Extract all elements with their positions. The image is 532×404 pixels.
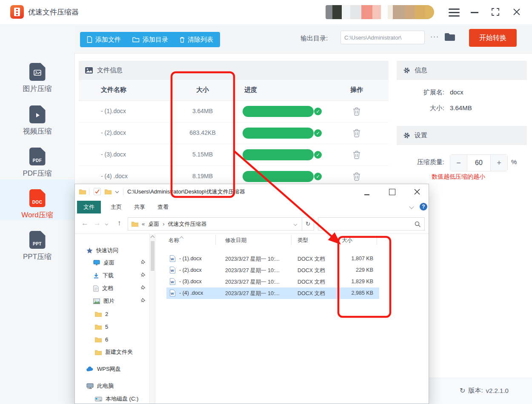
quality-stepper: − 60 + — [450, 154, 508, 171]
nav-folder-2[interactable]: 2 — [95, 308, 108, 319]
done-check-icon: ✓ — [314, 151, 322, 159]
breadcrumb-folder[interactable]: 优速文件压缩器 — [168, 220, 207, 228]
list-item[interactable]: W - (1).docx2023/3/27 星期一 10:...DOCX 文档1… — [166, 253, 379, 265]
list-item[interactable]: W - (2).docx2023/3/27 星期一 10:...DOCX 文档2… — [166, 265, 379, 276]
sidebar-item-pdf[interactable]: PDF PDF压缩 — [0, 148, 74, 178]
pin-icon — [141, 272, 146, 277]
refresh-icon[interactable]: ↻ — [460, 387, 465, 395]
nav-desktop[interactable]: 桌面 — [93, 257, 114, 268]
quality-unit: % — [511, 158, 517, 165]
output-dir-input[interactable] — [340, 31, 425, 44]
cloud-icon — [86, 367, 94, 372]
close-icon[interactable] — [513, 8, 521, 16]
file-size: 3.64MB — [177, 108, 228, 114]
gear-icon — [403, 67, 410, 74]
breadcrumb-desktop[interactable]: 桌面 — [148, 220, 159, 228]
nav-scrollbar[interactable] — [149, 233, 155, 404]
delete-button[interactable] — [353, 129, 360, 137]
start-convert-button[interactable]: 开始转换 — [469, 29, 517, 47]
address-box[interactable]: « 桌面 › 优速文件压缩器 ↻ — [128, 217, 314, 230]
scrollbar-thumb[interactable] — [151, 241, 154, 271]
delete-button[interactable] — [353, 107, 360, 116]
col-size[interactable]: 大小 — [342, 237, 352, 244]
open-folder-button[interactable] — [444, 32, 456, 42]
sidebar-item-label: PDF压缩 — [0, 168, 74, 178]
help-icon[interactable]: ? — [420, 203, 427, 211]
nav-downloads[interactable]: 下载 — [93, 270, 114, 281]
quick-access-check-icon[interactable] — [94, 188, 101, 195]
qat-dropdown-icon[interactable] — [115, 190, 119, 193]
browse-more-button[interactable]: ··· — [429, 33, 441, 40]
app-title: 优速文件压缩器 — [28, 0, 79, 24]
col-action: 操作 — [344, 86, 369, 94]
disk-icon — [95, 397, 102, 401]
minimize-icon[interactable] — [471, 12, 478, 13]
sidebar-item-ppt[interactable]: PPT PPT压缩 — [0, 231, 74, 262]
nav-quick-access[interactable]: 快速访问 — [86, 245, 118, 256]
search-icon[interactable] — [415, 221, 421, 228]
delete-button[interactable] — [353, 151, 360, 159]
delete-button[interactable] — [353, 172, 360, 181]
nav-folder-5[interactable]: 5 — [95, 321, 108, 332]
add-file-button[interactable]: 添加文件 — [87, 36, 121, 44]
table-row[interactable]: - (3).docx 5.15MB ✓ — [79, 144, 389, 166]
file-icon — [87, 36, 92, 43]
nav-folder-6[interactable]: 6 — [95, 334, 108, 345]
quality-hint: 数值越低压缩的越小 — [432, 173, 485, 181]
search-input[interactable] — [318, 218, 415, 229]
nav-documents[interactable]: 文档 — [93, 283, 113, 294]
back-icon[interactable]: ← — [81, 219, 89, 228]
col-date[interactable]: 修改日期 — [225, 237, 246, 244]
tab-view[interactable]: 查看 — [152, 201, 174, 213]
explorer-minimize-icon[interactable] — [364, 194, 369, 195]
sidebar-item-image[interactable]: 图片压缩 — [0, 63, 74, 94]
pdf-file-icon: PDF — [29, 148, 46, 165]
table-row[interactable]: - (1).docx 3.64MB ✓ — [79, 101, 389, 122]
tab-file[interactable]: 文件 — [77, 201, 101, 213]
nav-pictures[interactable]: 图片 — [93, 296, 114, 307]
done-check-icon: ✓ — [314, 173, 322, 180]
col-progress: 进度 — [244, 86, 257, 94]
list-item[interactable]: W - (3).docx2023/3/27 星期一 10:...DOCX 文档1… — [166, 276, 379, 287]
explorer-maximize-icon[interactable] — [389, 189, 395, 195]
nav-new-folder[interactable]: 新建文件夹 — [95, 347, 133, 358]
nav-wps-cloud[interactable]: WPS网盘 — [86, 364, 121, 375]
tab-home[interactable]: 主页 — [106, 201, 127, 213]
scroll-up-icon[interactable] — [151, 236, 155, 240]
up-icon[interactable]: ↑ — [117, 219, 121, 228]
nav-this-pc[interactable]: 此电脑 — [86, 381, 114, 392]
sort-asc-icon — [180, 236, 184, 241]
pin-icon — [141, 298, 146, 302]
ribbon-expand-icon[interactable] — [409, 204, 414, 209]
forward-icon[interactable]: → — [94, 219, 101, 228]
clear-list-button[interactable]: 清除列表 — [180, 36, 213, 44]
folder-icon[interactable] — [105, 189, 112, 194]
menu-icon[interactable] — [449, 9, 460, 19]
done-check-icon: ✓ — [314, 108, 322, 115]
quality-value[interactable]: 60 — [467, 155, 490, 171]
address-dropdown-icon[interactable] — [294, 222, 297, 226]
quality-minus-button[interactable]: − — [450, 155, 467, 171]
maximize-icon[interactable] — [492, 8, 499, 16]
folder-icon — [132, 37, 140, 43]
table-row[interactable]: - (2).docx 683.42KB ✓ — [79, 122, 389, 144]
add-directory-button[interactable]: 添加目录 — [132, 36, 168, 44]
history-dropdown-icon[interactable] — [105, 222, 108, 225]
sidebar-item-word[interactable]: DOC Word压缩 — [0, 189, 74, 220]
nav-local-disk-c[interactable]: 本地磁盘 (C:) — [95, 393, 138, 404]
tab-share[interactable]: 共享 — [129, 201, 150, 213]
explorer-close-icon[interactable] — [414, 188, 420, 195]
col-name[interactable]: 名称 — [169, 237, 179, 244]
explorer-menu-bar: 文件 主页 共享 查看 ? — [75, 199, 429, 215]
list-item-selected[interactable]: W - (4) .docx2023/3/27 星期一 10:...DOCX 文档… — [166, 287, 379, 299]
quality-plus-button[interactable]: + — [490, 155, 507, 171]
sidebar-item-video[interactable]: 视频压缩 — [0, 105, 74, 136]
computer-icon — [86, 383, 94, 389]
col-type[interactable]: 类型 — [297, 237, 308, 244]
version-info: ↻ 版本: v2.2.1.0 — [460, 387, 509, 395]
refresh-icon[interactable]: ↻ — [302, 218, 314, 230]
sidebar-item-label: 图片压缩 — [0, 84, 74, 94]
table-header-row: 文件名称 大小 进度 操作 — [79, 80, 389, 101]
explorer-window: C:\Users\Administrator\Desktop\优速文件压缩器 文… — [74, 184, 429, 404]
file-info-header: 文件信息 — [79, 61, 389, 80]
